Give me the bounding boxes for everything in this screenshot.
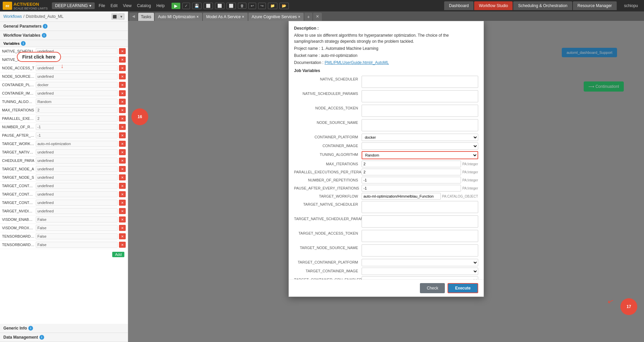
toolbar-delete[interactable]: 🗑 [238, 3, 246, 9]
var-delete-btn[interactable]: ✕ [119, 149, 126, 155]
var-delete-btn[interactable]: ✕ [119, 183, 126, 189]
execute-button[interactable]: Execute [448, 283, 478, 293]
container-image-select[interactable] [362, 142, 478, 150]
target-container-platform-select[interactable] [362, 259, 478, 266]
field-target-workflow: TARGET_WORKFLOW PA:CATALOG_OBJECT [294, 193, 478, 200]
var-delete-btn[interactable]: ✕ [119, 233, 126, 239]
toolbar-btn3[interactable]: ⬜ [215, 3, 224, 9]
toolbar-check[interactable]: ✓ [182, 3, 190, 9]
toolbar-btn4[interactable]: ⬜ [226, 3, 236, 9]
variables-info[interactable]: i [21, 41, 26, 46]
menu-help[interactable]: Help [156, 3, 165, 8]
list-item: TENSORBOARD_P False ✕ [0, 241, 128, 249]
list-item: VISDOM_PROXYFI False ✕ [0, 224, 128, 232]
general-params-info[interactable]: i [43, 24, 48, 29]
toolbar-save[interactable]: 💾 [192, 3, 202, 9]
data-management-icon[interactable]: i [39, 335, 44, 340]
toolbar-folder[interactable]: 📁 [268, 3, 277, 9]
modal-description: Description : Allow to use six different… [294, 25, 478, 66]
tab-close-all[interactable]: ✕ [313, 13, 322, 21]
workflow-vars-info[interactable]: i [42, 33, 47, 38]
native-scheduler-params-input[interactable] [362, 90, 478, 102]
tab-tasks[interactable]: Tasks [138, 13, 154, 21]
var-delete-btn[interactable]: ✕ [119, 124, 126, 130]
tab-add[interactable]: + [304, 13, 312, 21]
toolbar-undo[interactable]: ↩ [248, 3, 256, 9]
toolbar-folder2[interactable]: 📂 [279, 3, 289, 9]
user-menu[interactable]: schiopu [621, 1, 641, 10]
number-repetitions-input[interactable] [362, 177, 461, 183]
menu-file[interactable]: File [99, 3, 105, 8]
target-native-scheduler-params-input[interactable] [362, 215, 478, 228]
var-delete-btn[interactable]: ✕ [119, 107, 126, 113]
native-scheduler-input[interactable] [362, 76, 478, 88]
var-delete-btn[interactable]: ✕ [119, 99, 126, 105]
var-delete-btn[interactable]: ✕ [119, 200, 126, 206]
tab-azure[interactable]: Azure Cognitive Services × [248, 13, 304, 21]
step16-annotation: 16 [131, 108, 148, 125]
var-delete-btn[interactable]: ✕ [119, 225, 126, 231]
tab-left-arrow[interactable]: ◀ [129, 13, 137, 21]
target-node-source-name-input[interactable] [362, 244, 478, 256]
max-iterations-input[interactable] [362, 161, 461, 167]
menu-edit[interactable]: Edit [111, 3, 118, 8]
target-node-access-token-input[interactable] [362, 230, 478, 242]
var-delete-btn[interactable]: ✕ [119, 132, 126, 138]
add-variable-button[interactable]: Add [112, 252, 124, 257]
tab-automl[interactable]: Auto Ml Optimization × [155, 13, 202, 21]
var-delete-btn[interactable]: ✕ [119, 208, 126, 214]
toolbar-btn2[interactable]: ⬜ [204, 3, 213, 9]
var-delete-btn[interactable]: ✕ [119, 48, 126, 54]
tab-maas[interactable]: Model As A Service × [203, 13, 248, 21]
var-delete-btn[interactable]: ✕ [119, 73, 126, 79]
var-delete-btn[interactable]: ✕ [119, 242, 126, 248]
var-delete-btn[interactable]: ✕ [119, 82, 126, 88]
modal-body: Description : Allow to use six different… [289, 21, 484, 297]
var-delete-btn[interactable]: ✕ [119, 174, 126, 180]
field-target-container-platform: TARGET_CONTAINER_PLATFORM [294, 259, 478, 266]
modal-footer: Check Execute [289, 279, 484, 297]
target-workflow-input[interactable] [362, 193, 441, 200]
pause-after-input[interactable] [362, 185, 461, 192]
toolbar-redo[interactable]: ↪ [258, 3, 266, 9]
data-management-section: Data Management i [0, 333, 128, 342]
container-platform-select[interactable]: docker singularity none [362, 134, 478, 141]
var-delete-btn[interactable]: ✕ [119, 90, 126, 96]
generic-info-icon[interactable]: i [28, 326, 33, 331]
nav-tab-resource[interactable]: Resource Manager [573, 1, 617, 10]
menu-view[interactable]: View [123, 3, 132, 8]
var-delete-btn[interactable]: ✕ [119, 141, 126, 147]
center-area: ◀ Tasks Auto Ml Optimization × Model As … [128, 11, 644, 342]
tuning-algorithm-select[interactable]: Random Grid Bayesian BOHB HyperBand TPE [362, 151, 478, 159]
target-container-image-select[interactable] [362, 268, 478, 275]
var-delete-btn[interactable]: ✕ [119, 191, 126, 197]
step16-circle: 16 [131, 108, 148, 125]
scroll-up[interactable]: ⬛ [112, 13, 118, 20]
nav-tab-dashboard[interactable]: Dashboard [444, 1, 473, 10]
nav-tab-workflow[interactable]: Workflow Studio [474, 1, 513, 10]
var-delete-btn[interactable]: ✕ [119, 115, 126, 122]
deep-learning-dropdown[interactable]: DEEP LEARNING ▾ [52, 2, 95, 9]
menu-catalog[interactable]: Catalog [137, 3, 151, 8]
step17-circle: 17 [620, 298, 637, 315]
node-source-name-input[interactable] [362, 119, 478, 131]
var-delete-btn[interactable]: ✕ [119, 216, 126, 223]
var-delete-btn[interactable]: ✕ [119, 166, 126, 172]
field-max-iterations: MAX_ITERATIONS PA:Integer [294, 161, 478, 167]
logo-sub: SCALE BEYOND LIMITS [13, 7, 48, 10]
var-delete-btn[interactable]: ✕ [119, 65, 126, 71]
var-delete-btn[interactable]: ✕ [119, 158, 126, 164]
breadcrumb-workflows[interactable]: Workflows [3, 14, 22, 19]
parallel-executions-input[interactable] [362, 169, 461, 175]
list-item: VISDOM_ENABLED False ✕ [0, 215, 128, 224]
list-item: TARGET_CONTAIN undefined ✕ [0, 199, 128, 207]
documentation-link[interactable]: PML/PMLUserGuide.html#_AutoML [325, 60, 389, 65]
list-item: TARGET_NODE_S undefined ✕ [0, 173, 128, 182]
nav-tab-scheduling[interactable]: Scheduling & Orchestration [513, 1, 572, 10]
target-native-scheduler-input[interactable] [362, 201, 478, 213]
scroll-down[interactable]: ▼ [118, 13, 124, 20]
run-button[interactable]: ▶ [172, 3, 180, 9]
check-button[interactable]: Check [420, 283, 445, 293]
var-delete-btn[interactable]: ✕ [119, 57, 126, 63]
node-access-token-input[interactable] [362, 105, 478, 117]
